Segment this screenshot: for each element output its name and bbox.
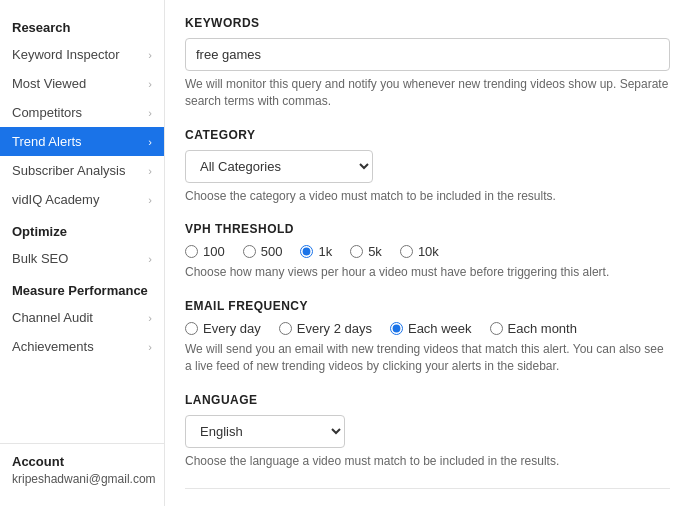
sidebar-item-subscriber-analysis[interactable]: Subscriber Analysis › <box>0 156 164 185</box>
sidebar-item-label: Trend Alerts <box>12 134 82 149</box>
vph-option-500-label: 500 <box>261 244 283 259</box>
optimize-section-label: Optimize <box>0 214 164 244</box>
sidebar-item-channel-audit[interactable]: Channel Audit › <box>0 303 164 332</box>
vph-option-100-label: 100 <box>203 244 225 259</box>
language-hint: Choose the language a video must match t… <box>185 453 670 470</box>
email-freq-label: EMAIL FREQUENCY <box>185 299 670 313</box>
chevron-icon: › <box>148 341 152 353</box>
vph-radio-1k[interactable] <box>300 245 313 258</box>
sidebar-item-label: Subscriber Analysis <box>12 163 125 178</box>
vph-option-1k[interactable]: 1k <box>300 244 332 259</box>
sidebar-section-measure: Measure Performance Channel Audit › Achi… <box>0 273 164 361</box>
sidebar-item-label: Keyword Inspector <box>12 47 120 62</box>
sidebar-item-label: Most Viewed <box>12 76 86 91</box>
vph-label: VPH THRESHOLD <box>185 222 670 236</box>
category-section: CATEGORY All Categories Film & Animation… <box>185 128 670 205</box>
chevron-icon: › <box>148 136 152 148</box>
sidebar-item-label: vidIQ Academy <box>12 192 99 207</box>
vph-option-10k-label: 10k <box>418 244 439 259</box>
keywords-hint: We will monitor this query and notify yo… <box>185 76 670 110</box>
sidebar-item-trend-alerts[interactable]: Trend Alerts › <box>0 127 164 156</box>
main-content: KEYWORDS We will monitor this query and … <box>165 0 690 506</box>
sidebar-item-label: Bulk SEO <box>12 251 68 266</box>
email-option-eachweek[interactable]: Each week <box>390 321 472 336</box>
chevron-icon: › <box>148 194 152 206</box>
vph-hint: Choose how many views per hour a video m… <box>185 264 670 281</box>
vph-radio-500[interactable] <box>243 245 256 258</box>
email-option-everyday-label: Every day <box>203 321 261 336</box>
vph-radio-100[interactable] <box>185 245 198 258</box>
email-option-every2days[interactable]: Every 2 days <box>279 321 372 336</box>
category-label: CATEGORY <box>185 128 670 142</box>
vph-option-5k[interactable]: 5k <box>350 244 382 259</box>
sidebar-item-achievements[interactable]: Achievements › <box>0 332 164 361</box>
sidebar-item-vidiq-academy[interactable]: vidIQ Academy › <box>0 185 164 214</box>
divider <box>185 488 670 489</box>
vph-option-10k[interactable]: 10k <box>400 244 439 259</box>
vph-option-500[interactable]: 500 <box>243 244 283 259</box>
vph-radio-10k[interactable] <box>400 245 413 258</box>
vph-option-1k-label: 1k <box>318 244 332 259</box>
keywords-input[interactable] <box>185 38 670 71</box>
email-freq-hint: We will send you an email with new trend… <box>185 341 670 375</box>
chevron-icon: › <box>148 107 152 119</box>
account-label: Account <box>12 454 152 469</box>
language-label: LANGUAGE <box>185 393 670 407</box>
sidebar-item-keyword-inspector[interactable]: Keyword Inspector › <box>0 40 164 69</box>
email-option-eachmonth-label: Each month <box>508 321 577 336</box>
research-section-label: Research <box>0 10 164 40</box>
email-radio-every2days[interactable] <box>279 322 292 335</box>
email-radio-eachweek[interactable] <box>390 322 403 335</box>
vph-radio-5k[interactable] <box>350 245 363 258</box>
vph-option-5k-label: 5k <box>368 244 382 259</box>
email-radio-eachmonth[interactable] <box>490 322 503 335</box>
email-radio-everyday[interactable] <box>185 322 198 335</box>
email-option-eachweek-label: Each week <box>408 321 472 336</box>
vph-radio-group: 100 500 1k 5k 10k <box>185 244 670 259</box>
chevron-icon: › <box>148 165 152 177</box>
sidebar-section-optimize: Optimize Bulk SEO › <box>0 214 164 273</box>
sidebar-item-bulk-seo[interactable]: Bulk SEO › <box>0 244 164 273</box>
chevron-icon: › <box>148 49 152 61</box>
sidebar-item-label: Channel Audit <box>12 310 93 325</box>
sidebar-item-most-viewed[interactable]: Most Viewed › <box>0 69 164 98</box>
chevron-icon: › <box>148 253 152 265</box>
language-section: LANGUAGE English Spanish French German P… <box>185 393 670 470</box>
email-radio-group: Every day Every 2 days Each week Each mo… <box>185 321 670 336</box>
sidebar-item-label: Competitors <box>12 105 82 120</box>
language-select[interactable]: English Spanish French German Portuguese… <box>185 415 345 448</box>
keywords-label: KEYWORDS <box>185 16 670 30</box>
vph-section: VPH THRESHOLD 100 500 1k 5k 10k <box>185 222 670 281</box>
chevron-icon: › <box>148 312 152 324</box>
sidebar: Research Keyword Inspector › Most Viewed… <box>0 0 165 506</box>
chevron-icon: › <box>148 78 152 90</box>
email-option-every2days-label: Every 2 days <box>297 321 372 336</box>
category-select[interactable]: All Categories Film & Animation Autos & … <box>185 150 373 183</box>
account-email: kripeshadwani@gmail.com <box>12 472 152 486</box>
keywords-section: KEYWORDS We will monitor this query and … <box>185 16 670 110</box>
email-option-eachmonth[interactable]: Each month <box>490 321 577 336</box>
category-hint: Choose the category a video must match t… <box>185 188 670 205</box>
vph-option-100[interactable]: 100 <box>185 244 225 259</box>
email-freq-section: EMAIL FREQUENCY Every day Every 2 days E… <box>185 299 670 375</box>
sidebar-item-competitors[interactable]: Competitors › <box>0 98 164 127</box>
sidebar-section-research: Research Keyword Inspector › Most Viewed… <box>0 10 164 214</box>
email-option-everyday[interactable]: Every day <box>185 321 261 336</box>
account-section: Account kripeshadwani@gmail.com <box>0 443 164 496</box>
sidebar-item-label: Achievements <box>12 339 94 354</box>
measure-section-label: Measure Performance <box>0 273 164 303</box>
